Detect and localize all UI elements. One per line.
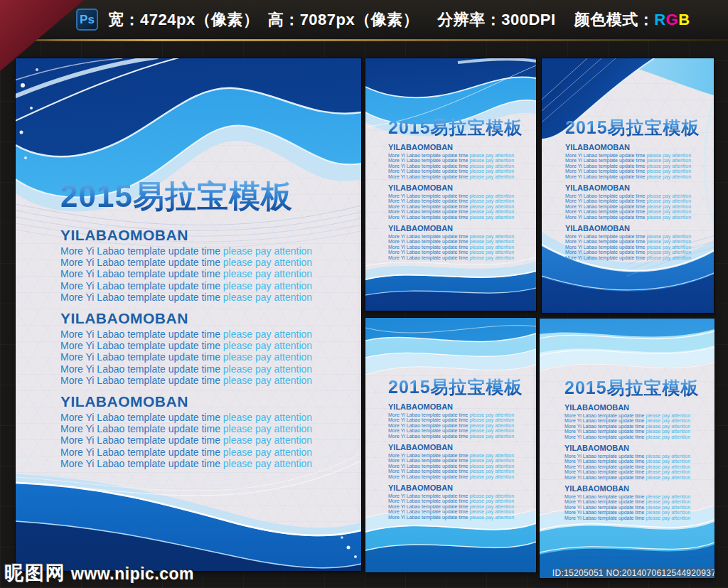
- text-section: YILABAOMOBANMore Yi Labao template updat…: [60, 309, 345, 386]
- body-line: More Yi Labao template update time pleas…: [565, 198, 700, 203]
- spec-height: 高：7087px（像素）: [268, 9, 419, 31]
- body-line: More Yi Labao template update time pleas…: [564, 510, 700, 515]
- text-section: YILABAOMOBANMore Yi Labao template updat…: [388, 483, 523, 520]
- body-line: More Yi Labao template update time pleas…: [388, 428, 523, 433]
- body-line: More Yi Labao template update time pleas…: [60, 363, 345, 375]
- body-line: More Yi Labao template update time pleas…: [388, 498, 523, 503]
- text-section: YILABAOMOBANMore Yi Labao template updat…: [565, 143, 700, 179]
- body-line: More Yi Labao template update time pleas…: [60, 245, 345, 257]
- body-line: More Yi Labao template update time pleas…: [388, 412, 523, 417]
- body-line: More Yi Labao template update time pleas…: [60, 280, 345, 292]
- poster-title: 2015易拉宝模板: [564, 378, 700, 397]
- body-line: More Yi Labao template update time pleas…: [564, 459, 700, 464]
- body-line: More Yi Labao template update time pleas…: [565, 239, 700, 244]
- spec-bar: Ps 宽：4724px（像素） 高：7087px（像素） 分辨率：300DPI …: [0, 0, 728, 39]
- body-line: More Yi Labao template update time pleas…: [564, 429, 700, 434]
- image-id-label: ID:15205051 NO:20140706125449209376: [559, 567, 714, 578]
- spec-color-mode-label: 颜色模式：: [574, 9, 655, 31]
- body-line: More Yi Labao template update time pleas…: [565, 164, 700, 169]
- text-section: YILABAOMOBANMore Yi Labao template updat…: [564, 484, 700, 520]
- body-line: More Yi Labao template update time pleas…: [388, 239, 523, 244]
- body-line: More Yi Labao template update time pleas…: [388, 193, 523, 198]
- spec-width: 宽：4724px（像素）: [108, 9, 259, 31]
- poster-variant-top-right: 2015易拉宝模板 YILABAOMOBANMore Yi Labao temp…: [542, 58, 714, 313]
- body-line: More Yi Labao template update time pleas…: [564, 413, 700, 418]
- section-heading: YILABAOMOBAN: [60, 226, 345, 244]
- preview-page: Ps 宽：4724px（像素） 高：7087px（像素） 分辨率：300DPI …: [0, 0, 728, 588]
- body-line: More Yi Labao template update time pleas…: [565, 174, 700, 179]
- body-line: More Yi Labao template update time pleas…: [564, 505, 700, 510]
- body-line: More Yi Labao template update time pleas…: [388, 234, 523, 239]
- body-line: More Yi Labao template update time pleas…: [388, 164, 523, 169]
- body-line: More Yi Labao template update time pleas…: [60, 328, 345, 340]
- body-line: More Yi Labao template update time pleas…: [388, 250, 523, 255]
- poster-title: 2015易拉宝模板: [565, 118, 700, 137]
- body-line: More Yi Labao template update time pleas…: [388, 169, 523, 173]
- body-line: More Yi Labao template update time pleas…: [60, 292, 345, 303]
- section-heading: YILABAOMOBAN: [388, 224, 523, 233]
- body-line: More Yi Labao template update time pleas…: [60, 423, 345, 434]
- body-line: More Yi Labao template update time pleas…: [388, 504, 523, 509]
- section-heading: YILABAOMOBAN: [565, 183, 700, 193]
- body-line: More Yi Labao template update time pleas…: [60, 340, 345, 351]
- body-line: More Yi Labao template update time pleas…: [60, 447, 345, 458]
- section-heading: YILABAOMOBAN: [565, 224, 700, 233]
- body-line: More Yi Labao template update time pleas…: [388, 417, 523, 422]
- body-line: More Yi Labao template update time pleas…: [60, 268, 345, 279]
- body-line: More Yi Labao template update time pleas…: [564, 499, 700, 504]
- body-line: More Yi Labao template update time pleas…: [564, 418, 700, 423]
- site-url: www.nipic.com: [71, 565, 194, 584]
- body-line: More Yi Labao template update time pleas…: [388, 469, 523, 474]
- section-heading: YILABAOMOBAN: [388, 402, 523, 412]
- rgb-letter-g: G: [666, 11, 679, 29]
- poster-title: 2015易拉宝模板: [388, 118, 523, 137]
- body-line: More Yi Labao template update time pleas…: [564, 494, 700, 499]
- body-line: More Yi Labao template update time pleas…: [388, 153, 523, 158]
- body-line: More Yi Labao template update time pleas…: [388, 515, 523, 520]
- text-section: YILABAOMOBANMore Yi Labao template updat…: [388, 443, 523, 479]
- body-line: More Yi Labao template update time pleas…: [565, 209, 700, 214]
- poster-text-block: YILABAOMOBANMore Yi Labao template updat…: [388, 143, 523, 264]
- poster-variant-bottom-right: 2015易拉宝模板 YILABAOMOBANMore Yi Labao temp…: [540, 319, 714, 578]
- poster-text-block: YILABAOMOBANMore Yi Labao template updat…: [60, 226, 345, 476]
- text-section: YILABAOMOBANMore Yi Labao template updat…: [60, 392, 345, 469]
- body-line: More Yi Labao template update time pleas…: [60, 412, 345, 423]
- poster-title: 2015易拉宝模板: [60, 179, 293, 213]
- spec-resolution: 分辨率：300DPI: [437, 9, 555, 31]
- poster-text-block: YILABAOMOBANMore Yi Labao template updat…: [565, 143, 700, 264]
- text-section: YILABAOMOBANMore Yi Labao template updat…: [564, 403, 700, 439]
- body-line: More Yi Labao template update time pleas…: [388, 493, 523, 498]
- text-section: YILABAOMOBANMore Yi Labao template updat…: [388, 402, 523, 439]
- text-section: YILABAOMOBANMore Yi Labao template updat…: [388, 183, 523, 220]
- body-line: More Yi Labao template update time pleas…: [388, 245, 523, 250]
- body-line: More Yi Labao template update time pleas…: [565, 193, 700, 198]
- image-specs: 宽：4724px（像素） 高：7087px（像素） 分辨率：300DPI 颜色模…: [108, 0, 690, 39]
- text-section: YILABAOMOBANMore Yi Labao template updat…: [60, 226, 345, 303]
- section-heading: YILABAOMOBAN: [388, 443, 523, 452]
- body-line: More Yi Labao template update time pleas…: [388, 453, 523, 458]
- body-line: More Yi Labao template update time pleas…: [565, 153, 700, 158]
- rgb-letter-r: R: [654, 11, 665, 29]
- body-line: More Yi Labao template update time pleas…: [565, 245, 700, 250]
- site-watermark: 昵图网 www.nipic.com: [4, 560, 194, 586]
- text-section: YILABAOMOBANMore Yi Labao template updat…: [388, 143, 523, 179]
- body-line: More Yi Labao template update time pleas…: [60, 375, 345, 386]
- body-line: More Yi Labao template update time pleas…: [388, 174, 523, 179]
- section-heading: YILABAOMOBAN: [388, 143, 523, 152]
- section-heading: YILABAOMOBAN: [60, 392, 345, 410]
- body-line: More Yi Labao template update time pleas…: [564, 475, 700, 480]
- body-line: More Yi Labao template update time pleas…: [60, 434, 345, 446]
- text-section: YILABAOMOBANMore Yi Labao template updat…: [565, 183, 700, 220]
- body-line: More Yi Labao template update time pleas…: [565, 250, 700, 255]
- body-line: More Yi Labao template update time pleas…: [388, 209, 523, 214]
- body-line: More Yi Labao template update time pleas…: [60, 351, 345, 363]
- body-line: More Yi Labao template update time pleas…: [565, 169, 700, 173]
- body-line: More Yi Labao template update time pleas…: [388, 509, 523, 514]
- text-section: YILABAOMOBANMore Yi Labao template updat…: [565, 224, 700, 260]
- poster-main-preview: 2015易拉宝模板 YILABAOMOBANMore Yi Labao temp…: [16, 58, 361, 571]
- body-line: More Yi Labao template update time pleas…: [388, 255, 523, 260]
- gold-divider: [0, 39, 728, 41]
- photoshop-icon: Ps: [76, 9, 98, 31]
- section-heading: YILABAOMOBAN: [564, 444, 700, 453]
- poster-title: 2015易拉宝模板: [388, 378, 523, 397]
